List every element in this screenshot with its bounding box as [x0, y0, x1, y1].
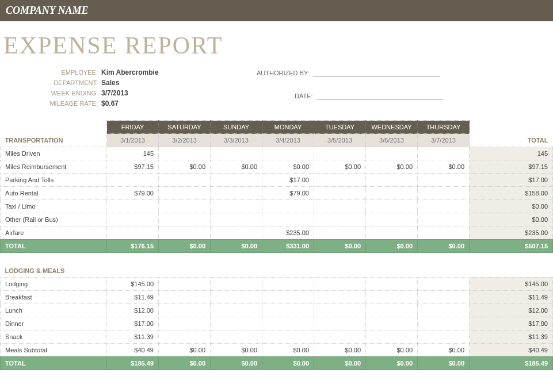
row-1-3-cell-3 [262, 317, 314, 330]
row-1-0-cell-4 [314, 277, 366, 290]
section-1-blank-total [470, 264, 553, 278]
row-0-1-total: $97.15 [470, 160, 553, 174]
section-1-blank-4 [314, 264, 366, 278]
row-0-0-cell-5 [366, 147, 418, 160]
row-1-0-cell-1 [159, 277, 211, 290]
row-0-0-label: Miles Driven [1, 147, 107, 160]
header-date-3: 3/4/2013 [262, 134, 314, 147]
row-0-2-total: $17.00 [470, 174, 553, 187]
row-0-4-cell-6 [418, 200, 470, 213]
row-1-0-cell-0: $145.00 [107, 277, 159, 290]
header-day-0: FRIDAY [107, 121, 159, 134]
section-1-total-4: $0.00 [314, 356, 366, 370]
row-0-2-cell-5 [366, 174, 418, 187]
row-1-3-cell-6 [418, 317, 470, 330]
row-1-3-cell-5 [366, 317, 418, 330]
row-0-0-cell-0: 145 [107, 147, 159, 160]
section-1-total-5: $0.00 [366, 356, 418, 370]
row-1-4-cell-0: $11.39 [107, 330, 159, 343]
section-1-total-3: $0.00 [262, 356, 314, 370]
employee-label: EMPLOYEE: [3, 69, 101, 76]
row-1-3-total: $17.00 [470, 317, 553, 330]
row-1-0-cell-2 [211, 277, 262, 290]
section-0-total-label: TOTAL [1, 240, 107, 253]
section-1-blank-0 [107, 264, 159, 278]
row-0-3-cell-2 [211, 187, 262, 200]
row-1-4-cell-5 [366, 330, 418, 343]
row-1-4-total: $11.39 [470, 330, 553, 343]
row-1-3-cell-1 [159, 317, 211, 330]
row-0-1-cell-0: $97.15 [107, 160, 159, 174]
row-0-4-total: $0.00 [470, 200, 553, 213]
row-0-3-cell-6 [418, 187, 470, 200]
header-day-5: WEDNESDAY [366, 121, 418, 134]
row-0-0-total: 145 [470, 147, 553, 160]
row-1-0-cell-3 [262, 277, 314, 290]
section-0-total-3: $331.00 [262, 240, 314, 253]
row-0-2-cell-3: $17.00 [262, 174, 314, 187]
row-0-5-cell-6 [418, 213, 470, 226]
section-0-total-0: $176.15 [107, 240, 159, 253]
row-0-1-label: Miles Reimbursement [1, 160, 107, 174]
header-date-5: 3/6/2013 [366, 134, 418, 147]
header-blank-right [470, 121, 553, 134]
row-0-4-cell-0 [107, 200, 159, 213]
header-date-1: 3/2/2013 [159, 134, 211, 147]
row-0-4-cell-4 [314, 200, 366, 213]
header-day-1: SATURDAY [159, 121, 211, 134]
row-1-2-cell-6 [418, 303, 470, 317]
week-ending-value: 3/7/2013 [101, 89, 128, 97]
row-1-1-cell-3 [262, 290, 314, 303]
row-0-6-cell-6 [418, 226, 470, 240]
row-1-1-cell-4 [314, 290, 366, 303]
section-1-total-2: $0.00 [211, 356, 262, 370]
date-line [316, 91, 443, 99]
row-0-2-cell-4 [314, 174, 366, 187]
row-0-5-total: $0.00 [470, 213, 553, 226]
row-0-4-label: Taxi / Limo [1, 200, 107, 213]
row-1-1-cell-1 [159, 290, 211, 303]
row-1-2-cell-2 [211, 303, 262, 317]
header-day-3: MONDAY [262, 121, 314, 134]
row-1-5-label: Meals Subtotal [1, 343, 107, 356]
row-0-4-cell-2 [211, 200, 262, 213]
row-0-6-cell-1 [159, 226, 211, 240]
row-1-4-cell-1 [159, 330, 211, 343]
section-0-total-5: $0.00 [366, 240, 418, 253]
row-1-5-cell-2: $0.00 [211, 343, 262, 356]
row-1-1-cell-2 [211, 290, 262, 303]
week-ending-label: WEEK ENDING: [3, 90, 101, 97]
header-day-6: THURSDAY [418, 121, 470, 134]
section-1-blank-5 [366, 264, 418, 278]
row-0-4-cell-1 [159, 200, 211, 213]
row-1-4-label: Snack [1, 330, 107, 343]
row-0-0-cell-4 [314, 147, 366, 160]
row-1-0-label: Lodging [1, 277, 107, 290]
row-1-0-total: $145.00 [470, 277, 553, 290]
date-label: DATE: [257, 93, 315, 99]
row-0-3-cell-0: $79.00 [107, 187, 159, 200]
row-0-0-cell-2 [211, 147, 262, 160]
total-header: TOTAL [470, 134, 553, 147]
section-1-grandtotal: $185.49 [470, 356, 553, 370]
section-0-grandtotal: $507.15 [470, 240, 553, 253]
row-1-1-cell-5 [366, 290, 418, 303]
row-0-3-total: $158.00 [470, 187, 553, 200]
row-0-3-label: Auto Rental [1, 187, 107, 200]
row-0-2-cell-2 [211, 174, 262, 187]
page-title: EXPENSE REPORT [0, 21, 553, 67]
row-0-2-cell-6 [418, 174, 470, 187]
employee-value: Kim Abercrombie [101, 68, 159, 76]
row-1-4-cell-2 [211, 330, 262, 343]
row-0-2-cell-1 [159, 174, 211, 187]
row-1-3-cell-0: $17.00 [107, 317, 159, 330]
row-0-3-cell-5 [366, 187, 418, 200]
row-1-5-cell-6: $0.00 [418, 343, 470, 356]
row-0-5-cell-2 [211, 213, 262, 226]
section-1-total-6: $0.00 [418, 356, 470, 370]
section-0-total-4: $0.00 [314, 240, 366, 253]
section-1-name: LODGING & MEALS [1, 264, 107, 278]
row-1-2-cell-4 [314, 303, 366, 317]
row-1-0-cell-5 [366, 277, 418, 290]
row-1-2-total: $12.00 [470, 303, 553, 317]
